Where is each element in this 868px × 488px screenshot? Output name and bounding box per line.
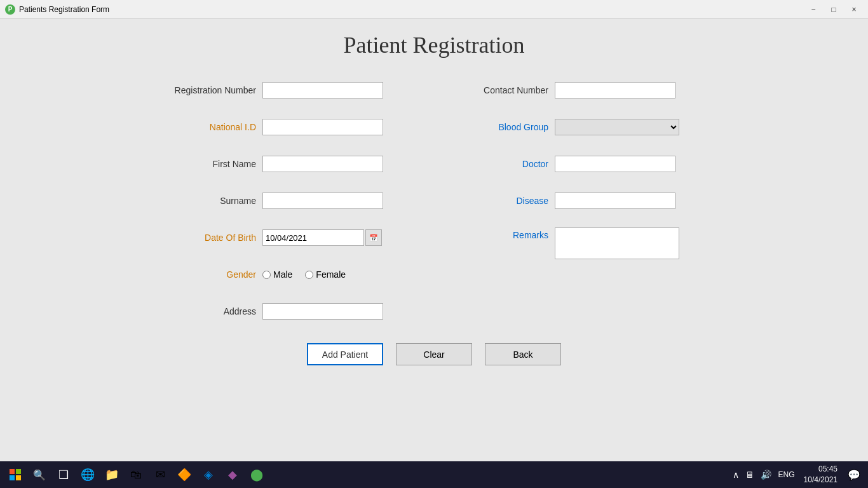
system-clock[interactable]: 05:45 10/4/2021: [800, 463, 841, 487]
blood-group-select[interactable]: A+ A- B+ B- AB+ AB- O+ O-: [555, 119, 679, 135]
maximize-button[interactable]: □: [825, 3, 843, 16]
search-button[interactable]: 🔍: [28, 463, 51, 486]
mail-icon: ✉: [156, 468, 165, 482]
clock-time: 05:45: [804, 464, 837, 475]
task-view-icon: ❑: [58, 468, 69, 482]
disease-input[interactable]: [555, 193, 675, 209]
contact-number-input[interactable]: [555, 82, 675, 98]
left-section: Registration Number National I.D First N…: [161, 78, 415, 324]
edge-button[interactable]: 🌐: [76, 463, 99, 486]
male-radio[interactable]: [262, 271, 271, 279]
explorer-button[interactable]: 📁: [100, 463, 123, 486]
vlc-button[interactable]: 🔶: [173, 463, 196, 486]
blood-group-label: Blood Group: [453, 122, 548, 132]
gender-label: Gender: [161, 269, 256, 280]
remarks-row: Remarks: [453, 225, 707, 259]
national-id-input[interactable]: [262, 119, 383, 135]
title-bar-title: Patients Registration Form: [19, 5, 109, 14]
search-icon: 🔍: [33, 469, 46, 481]
radio-group: Male Female: [262, 269, 346, 280]
edge-icon: 🌐: [81, 468, 95, 482]
male-radio-label[interactable]: Male: [262, 269, 292, 280]
doctor-input[interactable]: [555, 156, 675, 172]
first-name-label: First Name: [161, 159, 256, 169]
windows-icon: [10, 469, 21, 480]
right-section: Contact Number Blood Group A+ A- B+ B- A…: [453, 78, 707, 324]
add-patient-button[interactable]: Add Patient: [307, 343, 383, 365]
vscode-button[interactable]: ◈: [197, 463, 220, 486]
national-id-row: National I.D: [161, 114, 415, 140]
store-button[interactable]: 🛍: [125, 463, 147, 486]
language-indicator[interactable]: ENG: [776, 469, 797, 480]
address-label: Address: [161, 306, 256, 316]
male-label: Male: [273, 269, 292, 280]
address-input[interactable]: [262, 303, 383, 320]
visual-studio-icon: ◆: [228, 468, 237, 482]
surname-input[interactable]: [262, 193, 383, 209]
start-button[interactable]: [4, 463, 27, 486]
female-label: Female: [316, 269, 346, 280]
first-name-row: First Name: [161, 151, 415, 177]
buttons-row: Add Patient Clear Back: [148, 343, 720, 365]
disease-label: Disease: [453, 196, 548, 206]
volume-icon[interactable]: 🔊: [759, 468, 773, 481]
explorer-icon: 📁: [105, 468, 119, 482]
dob-row: Date Of Birth 📅: [161, 225, 415, 250]
page-title: Patient Registration: [344, 32, 525, 58]
date-input-wrapper: 📅: [262, 229, 382, 246]
app-icon-taskbar: ⬤: [250, 468, 263, 482]
female-radio-label[interactable]: Female: [305, 269, 346, 280]
clock-date: 10/4/2021: [804, 475, 837, 485]
close-button[interactable]: ×: [845, 3, 863, 16]
vlc-icon: 🔶: [177, 468, 191, 482]
gender-row: Gender Male Female: [161, 262, 415, 287]
remarks-label: Remarks: [453, 227, 548, 240]
chevron-icon[interactable]: ∧: [731, 468, 741, 481]
app-button[interactable]: ⬤: [245, 463, 268, 486]
first-name-input[interactable]: [262, 156, 383, 172]
dob-label: Date Of Birth: [161, 233, 256, 243]
notification-button[interactable]: 💬: [844, 464, 864, 485]
title-bar: P Patients Registration Form − □ ×: [0, 0, 868, 19]
taskbar: 🔍 ❑ 🌐 📁 🛍 ✉ 🔶 ◈ ◆ ⬤ ∧ 🖥 🔊 ENG 05:45 10/4…: [0, 461, 868, 488]
main-content: Patient Registration Registration Number…: [0, 19, 868, 461]
registration-number-label: Registration Number: [161, 85, 256, 95]
visual-studio-button[interactable]: ◆: [221, 463, 244, 486]
blood-group-row: Blood Group A+ A- B+ B- AB+ AB- O+ O-: [453, 114, 707, 140]
surname-row: Surname: [161, 188, 415, 214]
title-bar-left: P Patients Registration Form: [5, 4, 109, 15]
taskbar-right: ∧ 🖥 🔊 ENG 05:45 10/4/2021 💬: [731, 463, 864, 487]
contact-number-label: Contact Number: [453, 85, 548, 95]
clear-button[interactable]: Clear: [396, 343, 472, 365]
address-row: Address: [161, 299, 415, 324]
national-id-label: National I.D: [161, 122, 256, 132]
title-bar-controls: − □ ×: [804, 3, 863, 16]
doctor-row: Doctor: [453, 151, 707, 177]
registration-number-row: Registration Number: [161, 78, 415, 103]
form-container: Registration Number National I.D First N…: [148, 78, 720, 324]
calendar-icon: 📅: [369, 234, 378, 242]
minimize-button[interactable]: −: [804, 3, 822, 16]
app-icon: P: [5, 4, 15, 15]
task-view-button[interactable]: ❑: [52, 463, 75, 486]
back-button[interactable]: Back: [485, 343, 561, 365]
surname-label: Surname: [161, 196, 256, 206]
doctor-label: Doctor: [453, 159, 548, 169]
disease-row: Disease: [453, 188, 707, 214]
store-icon: 🛍: [130, 468, 142, 482]
remarks-textarea[interactable]: [555, 227, 679, 259]
female-radio[interactable]: [305, 271, 313, 279]
vscode-icon: ◈: [204, 468, 213, 482]
registration-number-input[interactable]: [262, 82, 383, 98]
date-picker-button[interactable]: 📅: [365, 229, 382, 246]
mail-button[interactable]: ✉: [149, 463, 172, 486]
notification-icon: 💬: [848, 469, 860, 481]
dob-input[interactable]: [262, 229, 364, 246]
contact-number-row: Contact Number: [453, 78, 707, 103]
network-icon[interactable]: 🖥: [743, 468, 756, 481]
